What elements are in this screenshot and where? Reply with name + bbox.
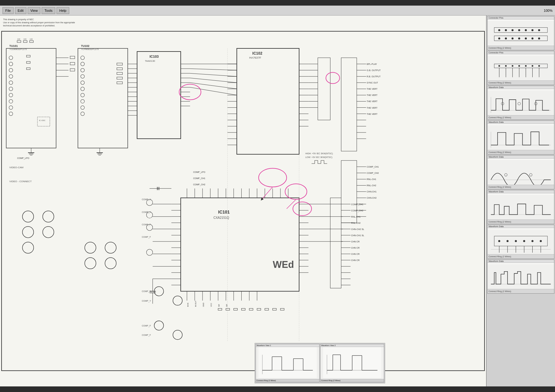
svg-text:CXA2151Q: CXA2151Q xyxy=(213,216,229,219)
svg-point-353 xyxy=(512,29,513,31)
svg-point-363 xyxy=(531,38,533,39)
schematic-svg: TU101 TCLM9031PC275 xyxy=(0,16,486,386)
svg-point-372 xyxy=(532,65,533,67)
thumbnail-card-1[interactable]: Connector Pins xyxy=(487,16,554,50)
svg-text:COMP_F: COMP_F xyxy=(142,325,151,327)
svg-point-352 xyxy=(505,29,507,31)
svg-text:100: 100 xyxy=(17,38,20,40)
svg-point-371 xyxy=(525,65,526,67)
bottom-thumb-1[interactable]: Waveform View 1 Connect Ring (2 Wires) xyxy=(256,344,320,382)
svg-text:COMP_CH2: COMP_CH2 xyxy=(193,183,205,186)
thumbnail-card-5[interactable]: Waveform Data Connect Ring (2 Wires) xyxy=(487,155,554,189)
file-button[interactable]: File xyxy=(2,7,14,14)
svg-rect-365 xyxy=(488,56,554,82)
svg-text:COMP_LPO: COMP_LPO xyxy=(193,171,206,173)
svg-text:VCC: VCC xyxy=(210,303,212,307)
svg-text:COMP_Y: COMP_Y xyxy=(142,290,151,293)
view-button[interactable]: View xyxy=(28,7,41,14)
svg-text:100: 100 xyxy=(30,38,33,40)
svg-point-356 xyxy=(531,29,533,31)
svg-text:THE VERT: THE VERT xyxy=(367,88,378,90)
top-bar xyxy=(0,0,555,6)
svg-text:COMP_CH1: COMP_CH1 xyxy=(367,166,379,168)
help-button[interactable]: Help xyxy=(57,7,69,14)
svg-text:WEd: WEd xyxy=(273,259,294,270)
svg-rect-394 xyxy=(488,195,554,221)
svg-point-357 xyxy=(538,29,540,31)
svg-text:CHN CR: CHN CR xyxy=(351,247,360,249)
svg-text:VIDEO - CONNECT: VIDEO - CONNECT xyxy=(9,180,32,183)
svg-text:RNL-CH1: RNL-CH1 xyxy=(367,178,376,180)
edit-button[interactable]: Edit xyxy=(15,7,26,14)
svg-text:COMP_LPO: COMP_LPO xyxy=(17,157,30,160)
thumbnail-card-3[interactable]: Waveform Data Connect Ring (2 Wires) xyxy=(487,86,554,120)
svg-point-408 xyxy=(523,240,525,242)
svg-text:SYNC OUT: SYNC OUT xyxy=(367,82,378,84)
svg-text:TU101: TU101 xyxy=(9,44,18,47)
svg-point-360 xyxy=(512,38,513,39)
bottom-thumb-2[interactable]: Waveform View 2 Connect Ring (2 Wires) xyxy=(320,344,384,382)
thumbnail-card-7[interactable]: Waveform Data xyxy=(487,225,554,259)
svg-point-367 xyxy=(498,65,500,67)
svg-text:R.B. OUTPUT: R.B. OUTPUT xyxy=(367,75,381,78)
svg-rect-348 xyxy=(488,21,554,47)
thumbnail-card-4[interactable]: Waveform Data Connect Ring (2 Wires) xyxy=(487,120,554,155)
svg-text:COMP_Y: COMP_Y xyxy=(142,198,151,201)
svg-text:COMP_F: COMP_F xyxy=(142,334,151,336)
svg-point-409 xyxy=(531,240,533,242)
svg-point-370 xyxy=(518,65,520,67)
thumbnail-card-8[interactable]: Waveform Data Connect Ring (2 Wires) xyxy=(487,259,554,294)
svg-text:CHN-CH1: CHN-CH1 xyxy=(367,191,377,193)
svg-text:TCLM9031PC275: TCLM9031PC275 xyxy=(9,48,27,50)
svg-text:THE VERT: THE VERT xyxy=(367,107,378,109)
svg-text:COMP_CH1: COMP_CH1 xyxy=(351,203,363,206)
svg-point-410 xyxy=(540,240,542,242)
svg-text:CHN CR: CHN CR xyxy=(351,241,360,243)
svg-point-364 xyxy=(538,38,540,39)
svg-text:BPL-PLAY: BPL-PLAY xyxy=(367,63,377,65)
svg-text:100: 100 xyxy=(23,38,27,40)
svg-point-354 xyxy=(518,29,520,31)
svg-text:CHN CR: CHN CR xyxy=(351,253,360,255)
svg-text:HA7637F: HA7637F xyxy=(249,56,262,59)
svg-text:RNL-CH2: RNL-CH2 xyxy=(351,222,361,224)
thumbnail-card-2[interactable]: Connector Pins xyxy=(487,51,554,85)
svg-text:SIF: SIF xyxy=(226,304,228,307)
thumbnail-card-6[interactable]: Waveform Data Connect Ring (2 Wires) xyxy=(487,190,554,224)
schematic-area[interactable]: This drawing is property of NEC Use or c… xyxy=(0,16,487,386)
svg-text:THE VERT: THE VERT xyxy=(367,113,378,115)
bottom-bar xyxy=(0,386,555,392)
svg-text:COMP_CH2: COMP_CH2 xyxy=(367,172,379,174)
svg-point-358 xyxy=(498,38,500,39)
tools-button[interactable]: Tools xyxy=(42,7,55,14)
svg-text:M-IN: M-IN xyxy=(187,303,189,307)
svg-text:HIGH: +5V IEC 3KW(NTSC): HIGH: +5V IEC 3KW(NTSC) xyxy=(305,152,333,155)
svg-text:COMP_F: COMP_F xyxy=(142,236,151,238)
svg-point-368 xyxy=(505,65,507,67)
svg-point-406 xyxy=(507,240,508,242)
svg-rect-324 xyxy=(258,347,317,378)
toolbar: File Edit View Tools Help 100% xyxy=(0,6,555,16)
svg-text:TAA0130: TAA0130 xyxy=(145,60,155,62)
main-content: This drawing is property of NEC Use or c… xyxy=(0,16,555,386)
svg-point-407 xyxy=(515,240,517,242)
svg-point-355 xyxy=(525,29,527,31)
bottom-thumbnails: Waveform View 1 Connect Ring (2 Wires) xyxy=(255,343,385,383)
svg-text:THE VERT: THE VERT xyxy=(367,94,378,96)
svg-text:COMP_CH1: COMP_CH1 xyxy=(193,177,205,180)
svg-text:TCPM9031PC275: TCPM9031PC275 xyxy=(81,48,99,50)
svg-text:IC102: IC102 xyxy=(252,51,262,56)
svg-text:CHN-CH1 SL: CHN-CH1 SL xyxy=(351,234,364,237)
svg-text:CHN-CH2: CHN-CH2 xyxy=(367,197,377,199)
svg-text:TU102: TU102 xyxy=(81,44,89,47)
zoom-label: 100% xyxy=(544,9,553,12)
svg-point-362 xyxy=(525,38,527,39)
svg-point-361 xyxy=(518,38,520,39)
svg-rect-396 xyxy=(488,229,554,256)
svg-text:VIDEO-CAM: VIDEO-CAM xyxy=(9,166,24,169)
svg-point-405 xyxy=(498,240,500,242)
right-panel: Connector Pins xyxy=(487,16,555,386)
svg-text:CHN-CH2 SL: CHN-CH2 SL xyxy=(351,228,364,230)
svg-text:IC-OSC: IC-OSC xyxy=(39,119,46,121)
svg-text:M-OUT: M-OUT xyxy=(195,301,197,307)
